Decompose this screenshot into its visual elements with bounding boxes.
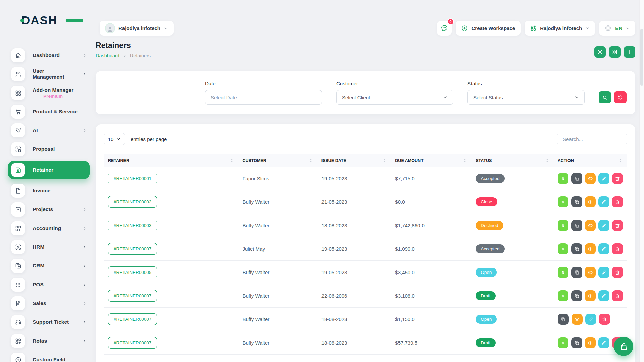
sidebar-item-product-service[interactable]: Product & Service [8, 105, 90, 119]
column-header-retainer[interactable]: RETAINER [104, 154, 238, 167]
page-size-select[interactable]: 10 [104, 133, 125, 145]
sidebar-item-crm[interactable]: CRM [8, 259, 90, 273]
sidebar-item-proposal[interactable]: Proposal [8, 142, 90, 156]
column-header-customer[interactable]: CUSTOMER [238, 154, 317, 167]
sidebar-item-label: HRM [33, 244, 44, 250]
sort-icon[interactable] [229, 158, 234, 163]
edit-button[interactable] [598, 196, 609, 207]
date-input[interactable] [205, 90, 322, 105]
company-dropdown[interactable]: Rajodiya infotech [525, 21, 595, 36]
language-dropdown[interactable]: EN [599, 21, 635, 36]
copy-button[interactable] [571, 220, 582, 231]
sidebar-item-rotas[interactable]: Rotas [8, 334, 90, 348]
edit-button[interactable] [598, 220, 609, 231]
status-select[interactable]: Select Status [467, 90, 585, 105]
retainer-number-link[interactable]: #RETAINER00002 [108, 196, 157, 208]
sidebar-item-pos[interactable]: POS [8, 278, 90, 292]
sidebar-item-ai[interactable]: AI [8, 123, 90, 137]
sidebar-item-sales[interactable]: Sales [8, 296, 90, 310]
copy-button[interactable] [571, 337, 582, 348]
cart-fab[interactable] [614, 337, 633, 356]
retainer-number-link[interactable]: #RETAINER00007 [108, 243, 157, 255]
sort-icon[interactable] [545, 158, 550, 163]
view-button[interactable] [585, 337, 596, 348]
sidebar-item-add-on-manager[interactable]: Add-on ManagerPremium [8, 86, 90, 100]
convert-button[interactable] [558, 337, 568, 348]
retainer-number-link[interactable]: #RETAINER00007 [108, 290, 157, 302]
delete-button[interactable] [612, 290, 623, 301]
convert-button[interactable] [558, 267, 568, 278]
edit-button[interactable] [598, 290, 609, 301]
messages-button[interactable]: 0 [437, 21, 452, 36]
workspace-chip[interactable]: Rajodiya infotech [100, 21, 174, 36]
delete-button[interactable] [612, 173, 623, 184]
scrollbar-track[interactable] [639, 0, 644, 362]
sort-icon[interactable] [618, 158, 623, 163]
delete-button[interactable] [599, 314, 610, 325]
sidebar-item-support-ticket[interactable]: Support Ticket [8, 315, 90, 329]
copy-button[interactable] [571, 290, 582, 301]
copy-button[interactable] [571, 267, 582, 278]
page-title: Retainers [96, 41, 151, 50]
customer-cell: Buffy Walter [238, 308, 317, 331]
view-button[interactable] [585, 243, 596, 254]
column-header-status[interactable]: STATUS [472, 154, 554, 167]
copy-button[interactable] [571, 243, 582, 254]
table-search-input[interactable] [557, 133, 627, 145]
convert-button[interactable] [558, 220, 568, 231]
edit-button[interactable] [585, 314, 596, 325]
scrollbar-thumb[interactable] [640, 29, 643, 86]
delete-button[interactable] [612, 196, 623, 207]
copy-button[interactable] [558, 314, 569, 325]
edit-button[interactable] [598, 267, 609, 278]
sort-icon[interactable] [462, 158, 467, 163]
retainer-number-link[interactable]: #RETAINER00007 [108, 337, 157, 349]
sidebar-item-user-management[interactable]: User Management [8, 67, 90, 81]
view-button[interactable] [585, 173, 596, 184]
sidebar-item-dashboard[interactable]: Dashboard [8, 48, 90, 62]
view-button[interactable] [585, 267, 596, 278]
view-button[interactable] [572, 314, 583, 325]
sort-icon[interactable] [382, 158, 387, 163]
delete-button[interactable] [612, 220, 623, 231]
convert-button[interactable] [558, 196, 568, 207]
convert-button[interactable] [558, 173, 568, 184]
retainer-number-link[interactable]: #RETAINER00001 [108, 173, 157, 184]
convert-button[interactable] [558, 243, 568, 254]
delete-button[interactable] [612, 243, 623, 254]
breadcrumb-dashboard-link[interactable]: Dashboard [96, 53, 119, 58]
sort-icon[interactable] [308, 158, 313, 163]
sidebar-item-projects[interactable]: Projects [8, 202, 90, 217]
retainer-number-link[interactable]: #RETAINER00007 [108, 313, 157, 325]
sidebar-menu: DashboardUser ManagementAdd-on ManagerPr… [8, 48, 96, 362]
column-header-issue-date[interactable]: ISSUE DATE [317, 154, 391, 167]
copy-button[interactable] [571, 196, 582, 207]
brand-logo[interactable]: DASH [21, 13, 72, 27]
add-retainer-button[interactable] [624, 46, 635, 58]
sidebar-item-accounting[interactable]: Accounting [8, 221, 90, 235]
view-button[interactable] [585, 220, 596, 231]
retainer-number-link[interactable]: #RETAINER00005 [108, 266, 157, 278]
convert-button[interactable] [558, 290, 568, 301]
view-button[interactable] [585, 196, 596, 207]
create-workspace-button[interactable]: Create Workspace [456, 21, 521, 36]
grid-view-button[interactable] [609, 46, 621, 58]
view-button[interactable] [585, 290, 596, 301]
retainer-number-link[interactable]: #RETAINER00003 [108, 220, 157, 231]
apply-filter-button[interactable] [599, 91, 611, 103]
customer-select[interactable]: Select Client [336, 90, 453, 105]
copy-button[interactable] [571, 173, 582, 184]
delete-button[interactable] [612, 267, 623, 278]
edit-button[interactable] [598, 173, 609, 184]
edit-button[interactable] [598, 337, 609, 348]
edit-button[interactable] [598, 243, 609, 254]
column-header-action[interactable]: ACTION [554, 154, 627, 167]
column-label: STATUS [476, 158, 492, 163]
column-header-due-amount[interactable]: DUE AMOUNT [391, 154, 472, 167]
reset-filter-button[interactable] [614, 91, 627, 103]
settings-button[interactable] [594, 46, 606, 58]
sidebar-item-custom-field[interactable]: Custom Field [8, 353, 90, 362]
sidebar-item-retainer[interactable]: Retainer [8, 161, 90, 179]
sidebar-item-hrm[interactable]: HRM [8, 240, 90, 254]
sidebar-item-invoice[interactable]: Invoice [8, 184, 90, 198]
